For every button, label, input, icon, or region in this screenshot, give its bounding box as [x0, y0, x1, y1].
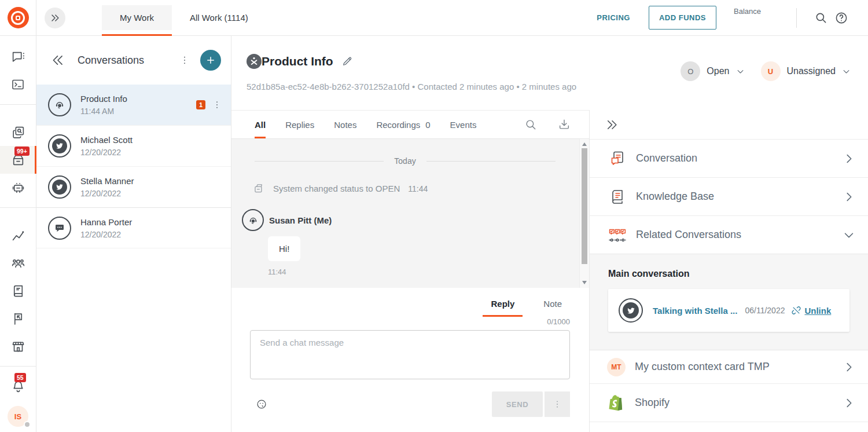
context-row-shopify[interactable]: Shopify: [590, 384, 868, 422]
search-thread-button[interactable]: [521, 115, 540, 134]
chevron-right-icon: [843, 152, 855, 165]
chat-channel-avatar: [48, 93, 71, 116]
send-options-button[interactable]: [545, 391, 570, 417]
message-stream: Today System changed status to OPEN 11:4…: [231, 139, 589, 288]
system-event-icon: [253, 182, 265, 195]
context-row-custom-card[interactable]: MT My custom context card TMP: [590, 350, 868, 384]
conversation-list-item[interactable]: Hanna Porter 12/20/2022: [36, 207, 231, 248]
tab-reply[interactable]: Reply: [483, 294, 523, 317]
context-row-related-conversations[interactable]: Related Conversations: [590, 215, 868, 254]
rail-notifications-button[interactable]: 55: [0, 372, 36, 400]
agent-avatar: [242, 209, 264, 231]
unread-badge: 1: [196, 100, 205, 109]
conversations-header: Conversations: [36, 36, 231, 85]
rail-duplicate-chat-button[interactable]: [0, 118, 36, 146]
context-row-knowledge-base[interactable]: Knowledge Base: [590, 177, 868, 215]
add-funds-button[interactable]: ADD FUNDS: [649, 6, 716, 30]
rail-inbox-button[interactable]: 99+: [0, 146, 36, 174]
inbox-badge: 99+: [14, 147, 30, 156]
app-logo[interactable]: [0, 0, 36, 35]
help-button[interactable]: [831, 8, 852, 28]
twitter-channel-avatar: [48, 175, 71, 199]
conversation-name: Michael Scott: [80, 134, 224, 147]
status-chips: O Open U Unassigned: [681, 61, 851, 81]
new-conversation-button[interactable]: [200, 50, 221, 71]
tab-note[interactable]: Note: [535, 294, 570, 317]
scroll-down-arrow[interactable]: [582, 281, 587, 284]
sidebar-expand-button[interactable]: [45, 8, 65, 28]
book-icon: [11, 284, 25, 298]
assignee-dropdown[interactable]: U Unassigned: [761, 61, 851, 81]
conversation-list-item[interactable]: Product Info 11:44 AM 1: [36, 85, 231, 126]
message: Susan Pitt (Me) Hi! 11:44: [231, 195, 589, 276]
collapse-panel-button[interactable]: [50, 53, 65, 68]
message-bubble: Hi!: [268, 236, 300, 261]
scrollbar-thumb[interactable]: [582, 148, 587, 264]
line-chart-icon: [11, 228, 25, 243]
tab-my-work[interactable]: My Work: [102, 0, 172, 35]
pencil-icon: [341, 56, 353, 67]
conversations-menu-button[interactable]: [177, 53, 192, 68]
rail-campaigns-button[interactable]: [0, 305, 36, 332]
left-icon-rail: 99+: [0, 36, 36, 432]
download-thread-button[interactable]: [554, 115, 574, 134]
double-chevron-right-icon: [49, 12, 61, 24]
unlink-button[interactable]: Unlink: [791, 305, 831, 316]
people-icon: [11, 256, 25, 270]
context-row-conversation[interactable]: Conversation: [590, 139, 868, 177]
rail-divider: [0, 207, 36, 208]
thread-main: All Replies Notes Recordings0 Events: [231, 110, 589, 432]
rail-terminal-button[interactable]: [0, 71, 36, 98]
thread-header: Product Info 52d1b85a-ec52-4e8b-b262-370…: [231, 36, 868, 110]
rail-customers-button[interactable]: [0, 249, 36, 277]
status-dropdown[interactable]: O Open: [681, 61, 744, 81]
thread-tabs: All Replies Notes Recordings0 Events: [231, 110, 589, 139]
scroll-up-arrow[interactable]: [582, 142, 587, 146]
chevron-down-icon: [843, 229, 855, 241]
search-button[interactable]: [811, 8, 831, 28]
context-row-label: Related Conversations: [636, 229, 843, 241]
date-divider: Today: [231, 139, 589, 166]
headset-icon: [54, 99, 65, 111]
conversations-title: Conversations: [78, 54, 177, 67]
conversation-item-menu-button[interactable]: [210, 98, 224, 112]
collapse-context-button[interactable]: [605, 118, 619, 132]
send-button[interactable]: SEND: [492, 391, 543, 417]
linked-conversation-link[interactable]: Talking with Stella ...: [653, 306, 737, 316]
conversation-time: 12/20/2022: [80, 147, 224, 158]
context-row-label: Conversation: [636, 152, 843, 164]
context-row-label: Knowledge Base: [636, 191, 843, 203]
conversation-list-item[interactable]: Stella Manner 12/20/2022: [36, 167, 231, 208]
tab-events[interactable]: Events: [450, 111, 477, 138]
messages-scrollbar[interactable]: [579, 139, 589, 288]
context-panel: Conversation Knowledge Base Related Conv…: [589, 110, 868, 432]
user-avatar[interactable]: IS: [8, 406, 28, 427]
user-status-dot: [24, 421, 31, 428]
tab-replies[interactable]: Replies: [285, 111, 314, 138]
main-conversation-card: Talking with Stella ... 06/11/2022 Unlin…: [608, 289, 849, 332]
conversation-list-item[interactable]: Michael Scott 12/20/2022: [36, 126, 231, 167]
plus-icon: [205, 55, 216, 65]
tab-recordings[interactable]: Recordings0: [376, 111, 430, 138]
tab-all-work[interactable]: All Work (1114): [172, 0, 266, 35]
rail-knowledge-button[interactable]: [0, 277, 36, 305]
chat-ellipsis-icon: [54, 223, 65, 233]
rail-chats-button[interactable]: [0, 43, 36, 71]
store-icon: [11, 339, 25, 354]
chat-message-input[interactable]: [250, 330, 570, 379]
emoji-button[interactable]: [256, 398, 267, 410]
tab-all[interactable]: All: [255, 111, 266, 138]
rail-marketplace-button[interactable]: [0, 332, 36, 360]
work-tabs: My Work All Work (1114): [102, 0, 266, 35]
edit-title-button[interactable]: [340, 54, 354, 68]
twitter-icon: [56, 142, 64, 150]
composer: Reply Note 0/1000 SEND: [231, 288, 589, 432]
rail-analytics-button[interactable]: [0, 221, 36, 249]
topbar-right: PRICING ADD FUNDS Balance: [597, 0, 868, 35]
system-event-text: System changed status to OPEN: [273, 184, 400, 193]
tab-notes[interactable]: Notes: [334, 111, 356, 138]
pricing-link[interactable]: PRICING: [597, 13, 630, 22]
rail-bot-button[interactable]: [0, 174, 36, 202]
kebab-icon: [553, 400, 562, 409]
liveagent-logo-icon: [8, 7, 29, 28]
